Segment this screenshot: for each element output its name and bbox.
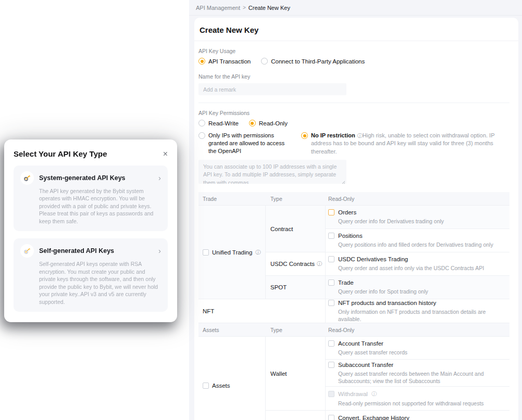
orders-checkbox[interactable] [328,209,334,215]
radio-label: Only IPs with permissions granted are al… [208,132,290,155]
radio-third-party[interactable]: Connect to Third-Party Applications [261,58,365,65]
resize-handle-icon[interactable] [342,181,345,184]
option-self-generated[interactable]: Self-generated API Keys › Self-generated… [14,238,168,312]
checkbox-label: Trade [338,279,354,286]
type-label: Wallet [270,371,287,377]
ip-textarea-wrap [198,160,346,186]
api-key-name-label: Name for the API key [198,73,509,80]
account-transfer-checkbox[interactable] [328,340,334,347]
self-key-icon [20,244,34,258]
radio-unselected-icon[interactable] [261,58,268,65]
checkbox-label: Orders [338,209,356,215]
radio-label: Connect to Third-Party Applications [271,58,365,65]
perm-description: Read-only permission not supported for w… [338,400,509,407]
checkbox-label: Account Transfer [338,340,383,347]
breadcrumb-root[interactable]: API Management [196,5,240,11]
type-cell-contract: Contract [266,206,326,252]
api-key-type-modal: Select Your API Key Type × System-genera… [4,139,177,322]
info-icon[interactable]: ⓘ [371,390,377,398]
trade-permissions-table: Trade Type Read-Only Unified Trading ⓘ C… [198,192,509,323]
assets-checkbox[interactable] [203,383,209,389]
radio-no-ip-restriction[interactable]: No IP restrictionⓘHigh risk, unable to s… [301,132,509,156]
perm-description: Query positions info and filled orders f… [338,241,509,248]
perm-convert-exchange: Convert, Exchange History Query asset ex… [326,411,509,420]
close-icon[interactable]: × [163,150,168,158]
radio-label: No IP restriction [311,132,355,138]
radio-api-transaction[interactable]: API Transaction [198,58,251,65]
assets-permissions-table: Assets Type Read-Only Assets Wallet Acco… [198,323,509,420]
perm-account-transfer: Account Transfer Query asset transfer re… [326,337,509,360]
api-key-usage-label: API Key Usage [198,48,509,54]
perm-description: Query order and asset info only via the … [338,264,509,272]
type-cell-spot: SPOT [266,276,326,299]
page-title: Create New Key [200,26,512,34]
radio-read-only[interactable]: Read-Only [249,120,288,126]
radio-unselected-icon[interactable] [198,120,205,126]
unified-trading-checkbox[interactable] [203,249,209,256]
radio-label: Read-Only [259,120,288,126]
radio-read-write[interactable]: Read-Write [198,120,239,126]
option-title: Self-generated API Keys [39,247,114,254]
chevron-right-icon: › [158,173,161,182]
info-icon[interactable]: ⓘ [317,260,322,268]
perm-usdc-derivatives: USDC Derivatives Trading Query order and… [326,252,509,276]
radio-label: API Transaction [208,58,251,65]
column-header-readonly: Read-Only [326,323,509,337]
permissions-radio-group: Read-Write Read-Only [198,120,509,126]
radio-selected-icon[interactable] [198,58,205,65]
type-label: USDC Contracts [270,261,315,267]
nft-checkbox[interactable] [328,300,334,306]
column-header-readonly: Read-Only [326,192,509,206]
option-system-generated[interactable]: System-generated API Keys › The API key … [14,166,168,231]
perm-description: Query asset transfer records [338,349,509,356]
positions-checkbox[interactable] [328,233,334,239]
no-ip-restriction-text: No IP restrictionⓘHigh risk, unable to s… [311,132,509,156]
breadcrumb-current: Create New Key [248,5,290,11]
modal-title: Select Your API Key Type [14,149,107,158]
subaccount-transfer-checkbox[interactable] [328,362,334,368]
checkbox-label: Subaccount Transfer [338,362,393,368]
system-key-icon [20,171,34,185]
radio-selected-icon[interactable] [301,132,308,139]
info-icon[interactable]: ⓘ [255,249,260,256]
perm-spot-trade: Trade Query order info for Spot trading … [326,276,509,299]
ip-addresses-textarea[interactable] [198,160,346,184]
type-label: Contract [270,226,293,232]
type-cell-exchange: Exchange [266,411,326,420]
perm-orders: Orders Query order info for Derivatives … [326,206,509,229]
perm-withdrawal: Withdrawal ⓘ Read-only permission not su… [326,387,509,411]
checkbox-label: NFT products and transaction history [338,300,436,306]
option-title: System-generated API Keys [39,174,126,182]
type-cell-wallet: Wallet [266,337,326,411]
column-header-trade: Trade [198,192,266,206]
column-header-type: Type [266,323,326,337]
withdrawal-checkbox-disabled [328,391,334,397]
checkbox-label: Withdrawal [338,391,368,397]
create-key-card: Create New Key API Key Usage API Transac… [194,18,518,420]
nft-label: NFT [203,308,214,314]
perm-description: Only information on NFT products and tra… [338,308,509,323]
info-icon: ⓘ [357,133,363,138]
radio-label: Read-Write [208,120,239,126]
unified-trading-group-cell: Unified Trading ⓘ [198,206,266,299]
usdc-derivatives-checkbox[interactable] [328,256,334,262]
radio-ip-restricted[interactable]: Only IPs with permissions granted are al… [198,132,290,155]
spot-trade-checkbox[interactable] [328,279,334,286]
radio-selected-icon[interactable] [249,120,256,126]
usage-radio-group: API Transaction Connect to Third-Party A… [198,58,509,65]
column-header-assets: Assets [198,323,266,337]
checkbox-label: USDC Derivatives Trading [338,256,408,262]
convert-exchange-checkbox[interactable] [328,415,334,420]
perm-description: Query order info for Spot trading only [338,288,509,295]
option-description: The API key generated by the Bybit syste… [39,187,161,225]
perm-description: Query asset transfer records between the… [338,370,509,385]
ip-restriction-group: Only IPs with permissions granted are al… [198,132,509,156]
nft-group-cell: NFT [198,299,326,323]
checkbox-label: Convert, Exchange History [338,415,409,420]
option-description: Self-generated API keys operate with RSA… [39,260,161,306]
radio-unselected-icon[interactable] [198,132,205,139]
perm-description: Query order info for Derivatives trading… [338,218,509,225]
perm-positions: Positions Query positions info and fille… [326,229,509,252]
api-key-name-input[interactable] [198,83,346,95]
checkbox-label: Unified Trading [212,249,252,256]
